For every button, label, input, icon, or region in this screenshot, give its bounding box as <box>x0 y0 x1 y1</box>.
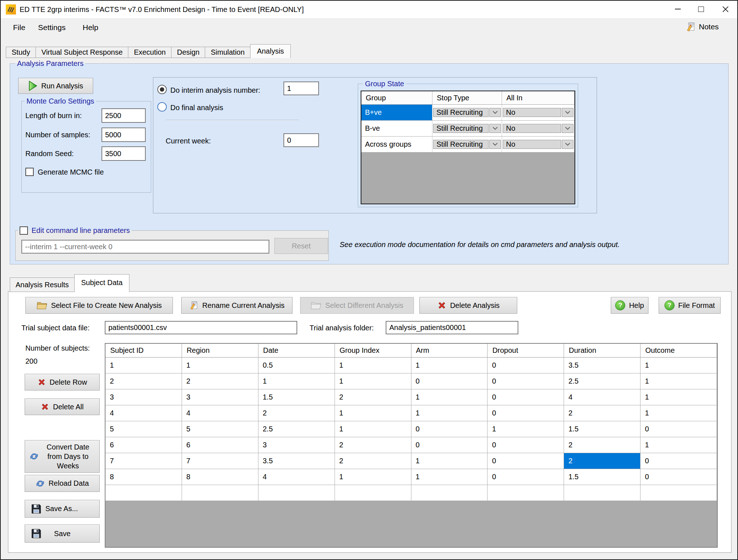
tab-execution[interactable]: Execution <box>128 47 171 58</box>
all-in-dropdown-button[interactable] <box>562 124 573 133</box>
grid-cell[interactable]: 0 <box>488 469 564 485</box>
grid-cell[interactable]: 2.5 <box>564 373 640 389</box>
grid-cell[interactable]: 1 <box>335 405 411 421</box>
grid-cell[interactable]: 5 <box>182 421 258 437</box>
random-seed-input[interactable] <box>101 146 146 161</box>
stop-type-dropdown-button[interactable] <box>489 108 501 117</box>
grid-cell[interactable]: 0 <box>640 421 717 437</box>
grid-cell[interactable]: 2 <box>564 437 640 453</box>
grid-cell[interactable]: 2 <box>335 453 411 469</box>
tab-simulation[interactable]: Simulation <box>205 47 250 58</box>
tab-subject-data[interactable]: Subject Data <box>74 274 130 292</box>
tab-design[interactable]: Design <box>171 47 205 58</box>
menu-item-settings[interactable]: Settings <box>38 23 66 32</box>
grid-cell[interactable] <box>335 485 411 501</box>
grid-cell[interactable] <box>258 485 335 501</box>
grid-cell[interactable]: 1.5 <box>564 469 640 485</box>
delete-analysis-button[interactable]: Delete Analysis <box>419 297 517 314</box>
stop-type-dropdown[interactable]: Still Recruiting <box>433 124 501 133</box>
grid-header-duration[interactable]: Duration <box>564 344 640 358</box>
grid-cell[interactable]: 3 <box>182 389 258 405</box>
group-cell[interactable]: Across groups <box>361 137 432 152</box>
tab-analysis[interactable]: Analysis <box>250 44 291 58</box>
stop-type-dropdown-button[interactable] <box>489 124 501 133</box>
grid-cell[interactable]: 0 <box>640 453 717 469</box>
grid-cell[interactable]: 2 <box>105 373 182 389</box>
grid-cell[interactable]: 0 <box>411 373 488 389</box>
grid-cell[interactable]: 1 <box>411 469 488 485</box>
reload-data-button[interactable]: Reload Data <box>25 475 100 492</box>
stop-type-dropdown-button[interactable] <box>489 140 501 149</box>
grid-cell[interactable]: 1 <box>411 389 488 405</box>
grid-cell[interactable]: 4 <box>105 405 182 421</box>
maximize-button[interactable] <box>689 1 713 17</box>
grid-cell[interactable]: 1 <box>411 453 488 469</box>
grid-header-arm[interactable]: Arm <box>411 344 488 358</box>
convert-date-button[interactable]: Convert Date from Days to Weeks <box>25 440 100 473</box>
run-analysis-button[interactable]: Run Analysis <box>18 78 93 94</box>
grid-cell[interactable]: 6 <box>105 437 182 453</box>
grid-cell[interactable]: 1 <box>640 437 717 453</box>
generate-mcmc-checkbox[interactable] <box>25 168 34 176</box>
grid-cell[interactable]: 3 <box>105 389 182 405</box>
delete-all-button[interactable]: Delete All <box>25 398 100 415</box>
grid-header-outcome[interactable]: Outcome <box>640 344 717 358</box>
stop-type-dropdown[interactable]: Still Recruiting <box>433 140 501 149</box>
grid-header-dropout[interactable]: Dropout <box>488 344 564 358</box>
grid-cell[interactable]: 7 <box>105 453 182 469</box>
grid-cell[interactable]: 2 <box>564 405 640 421</box>
all-in-dropdown[interactable]: No <box>503 108 573 117</box>
grid-cell[interactable]: 1 <box>640 389 717 405</box>
group-cell[interactable]: B+ve <box>361 105 432 120</box>
grid-cell[interactable]: 0 <box>488 453 564 469</box>
select-different-button[interactable]: Select Different Analysis <box>300 297 414 314</box>
grid-cell[interactable]: 1 <box>335 421 411 437</box>
grid-header-date[interactable]: Date <box>258 344 335 358</box>
grid-cell[interactable]: 0 <box>488 437 564 453</box>
grid-cell[interactable]: 0 <box>488 405 564 421</box>
select-file-button[interactable]: Select File to Create New Analysis <box>25 297 173 314</box>
grid-cell[interactable]: 1 <box>640 405 717 421</box>
grid-cell[interactable]: 4 <box>564 389 640 405</box>
grid-header-region[interactable]: Region <box>182 344 258 358</box>
grid-cell[interactable]: 1 <box>258 373 335 389</box>
grid-cell[interactable]: 1 <box>105 358 182 373</box>
grid-cell[interactable]: 1 <box>411 405 488 421</box>
stop-type-dropdown[interactable]: Still Recruiting <box>433 108 501 117</box>
close-button[interactable] <box>713 1 738 17</box>
menu-item-help[interactable]: Help <box>83 23 98 32</box>
save-button[interactable]: Save <box>25 525 100 543</box>
grid-cell[interactable]: 3 <box>258 437 335 453</box>
minimize-button[interactable] <box>666 1 689 17</box>
grid-cell[interactable]: 2 <box>335 437 411 453</box>
interim-number-input[interactable] <box>283 82 319 95</box>
tab-analysis-results[interactable]: Analysis Results <box>10 277 75 292</box>
grid-cell[interactable]: 1 <box>488 421 564 437</box>
notes-button[interactable]: Notes <box>686 22 719 32</box>
grid-cell[interactable]: 0 <box>411 437 488 453</box>
grid-cell[interactable]: 6 <box>182 437 258 453</box>
group-cell[interactable]: B-ve <box>361 121 432 136</box>
grid-cell[interactable]: 5 <box>105 421 182 437</box>
save-as-button[interactable]: Save As... <box>25 500 100 518</box>
grid-cell[interactable]: 0 <box>411 421 488 437</box>
grid-cell[interactable]: 7 <box>182 453 258 469</box>
all-in-dropdown-button[interactable] <box>562 140 573 149</box>
grid-cell[interactable]: 0 <box>488 358 564 373</box>
cmd-params-input[interactable] <box>21 240 269 254</box>
analysis-folder-input[interactable] <box>386 321 518 334</box>
grid-cell[interactable]: 1.5 <box>258 389 335 405</box>
grid-cell[interactable] <box>182 485 258 501</box>
grid-header-subject-id[interactable]: Subject ID <box>105 344 182 358</box>
grid-cell[interactable]: 3.5 <box>258 453 335 469</box>
grid-cell[interactable]: 8 <box>105 469 182 485</box>
delete-row-button[interactable]: Delete Row <box>25 374 100 390</box>
grid-cell[interactable]: 4 <box>182 405 258 421</box>
grid-cell[interactable]: 2.5 <box>258 421 335 437</box>
data-file-input[interactable] <box>105 321 297 334</box>
grid-cell[interactable]: 4 <box>258 469 335 485</box>
grid-cell[interactable]: 1 <box>640 373 717 389</box>
grid-cell[interactable] <box>105 485 182 501</box>
tab-virtual-subject-response[interactable]: Virtual Subject Response <box>36 47 128 58</box>
grid-cell[interactable]: 3.5 <box>564 358 640 373</box>
